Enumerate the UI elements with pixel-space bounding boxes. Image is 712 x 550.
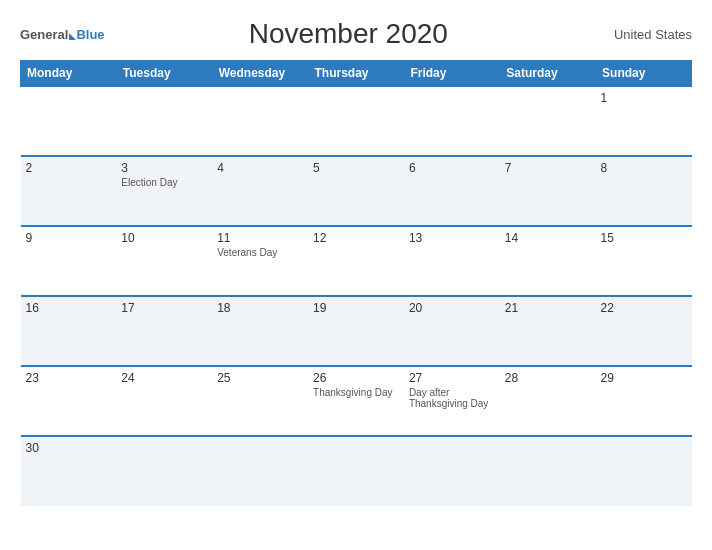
- day-number: 13: [409, 231, 495, 245]
- calendar-cell: 4: [212, 156, 308, 226]
- day-number: 17: [121, 301, 207, 315]
- calendar-cell: [596, 436, 692, 506]
- calendar-cell: [116, 436, 212, 506]
- calendar-cell: 16: [21, 296, 117, 366]
- day-number: 12: [313, 231, 399, 245]
- day-number: 16: [26, 301, 112, 315]
- day-number: 14: [505, 231, 591, 245]
- day-number: 24: [121, 371, 207, 385]
- day-number: 25: [217, 371, 303, 385]
- day-number: 5: [313, 161, 399, 175]
- calendar-cell: 14: [500, 226, 596, 296]
- col-header-thursday: Thursday: [308, 61, 404, 87]
- day-number: 6: [409, 161, 495, 175]
- day-number: 1: [601, 91, 687, 105]
- calendar-cell: 11Veterans Day: [212, 226, 308, 296]
- calendar-cell: 26Thanksgiving Day: [308, 366, 404, 436]
- calendar-cell: 2: [21, 156, 117, 226]
- col-header-saturday: Saturday: [500, 61, 596, 87]
- day-number: 18: [217, 301, 303, 315]
- calendar-week-row: 91011Veterans Day12131415: [21, 226, 692, 296]
- day-number: 23: [26, 371, 112, 385]
- holiday-label: Election Day: [121, 177, 207, 188]
- day-number: 28: [505, 371, 591, 385]
- calendar-week-row: 30: [21, 436, 692, 506]
- calendar-cell: 8: [596, 156, 692, 226]
- day-number: 26: [313, 371, 399, 385]
- calendar-cell: 3Election Day: [116, 156, 212, 226]
- calendar-cell: 30: [21, 436, 117, 506]
- calendar-cell: 23: [21, 366, 117, 436]
- calendar-cell: [308, 436, 404, 506]
- calendar-cell: [21, 86, 117, 156]
- page-title: November 2020: [105, 18, 592, 50]
- day-number: 8: [601, 161, 687, 175]
- logo-triangle-icon: [69, 33, 76, 40]
- col-header-sunday: Sunday: [596, 61, 692, 87]
- calendar-cell: 17: [116, 296, 212, 366]
- calendar-cell: 1: [596, 86, 692, 156]
- calendar-cell: 25: [212, 366, 308, 436]
- day-number: 11: [217, 231, 303, 245]
- day-number: 27: [409, 371, 495, 385]
- calendar-cell: 20: [404, 296, 500, 366]
- calendar-cell: 15: [596, 226, 692, 296]
- day-number: 30: [26, 441, 112, 455]
- calendar-cell: 29: [596, 366, 692, 436]
- col-header-monday: Monday: [21, 61, 117, 87]
- day-number: 19: [313, 301, 399, 315]
- day-number: 7: [505, 161, 591, 175]
- day-number: 9: [26, 231, 112, 245]
- calendar-cell: 21: [500, 296, 596, 366]
- calendar-cell: [116, 86, 212, 156]
- day-number: 20: [409, 301, 495, 315]
- calendar-week-row: 16171819202122: [21, 296, 692, 366]
- calendar-cell: [404, 436, 500, 506]
- calendar-cell: 24: [116, 366, 212, 436]
- calendar-table: MondayTuesdayWednesdayThursdayFridaySatu…: [20, 60, 692, 506]
- calendar-cell: 9: [21, 226, 117, 296]
- day-number: 22: [601, 301, 687, 315]
- day-number: 2: [26, 161, 112, 175]
- calendar-cell: 18: [212, 296, 308, 366]
- day-number: 10: [121, 231, 207, 245]
- calendar-week-row: 23Election Day45678: [21, 156, 692, 226]
- day-number: 29: [601, 371, 687, 385]
- calendar-cell: 5: [308, 156, 404, 226]
- holiday-label: Thanksgiving Day: [313, 387, 399, 398]
- col-header-tuesday: Tuesday: [116, 61, 212, 87]
- day-number: 4: [217, 161, 303, 175]
- calendar-cell: 19: [308, 296, 404, 366]
- calendar-cell: 28: [500, 366, 596, 436]
- calendar-cell: [500, 436, 596, 506]
- calendar-cell: [500, 86, 596, 156]
- logo: General Blue: [20, 28, 105, 41]
- calendar-cell: 6: [404, 156, 500, 226]
- calendar-week-row: 23242526Thanksgiving Day27Day afterThank…: [21, 366, 692, 436]
- day-number: 15: [601, 231, 687, 245]
- calendar-cell: 13: [404, 226, 500, 296]
- col-header-friday: Friday: [404, 61, 500, 87]
- day-number: 21: [505, 301, 591, 315]
- calendar-cell: 7: [500, 156, 596, 226]
- holiday-label: Veterans Day: [217, 247, 303, 258]
- col-header-wednesday: Wednesday: [212, 61, 308, 87]
- calendar-cell: [404, 86, 500, 156]
- calendar-week-row: 1: [21, 86, 692, 156]
- calendar-cell: 27Day afterThanksgiving Day: [404, 366, 500, 436]
- calendar-cell: 22: [596, 296, 692, 366]
- country-label: United States: [592, 27, 692, 42]
- calendar-header: General Blue November 2020 United States: [20, 18, 692, 50]
- calendar-cell: [308, 86, 404, 156]
- calendar-cell: [212, 86, 308, 156]
- calendar-cell: 10: [116, 226, 212, 296]
- calendar-cell: [212, 436, 308, 506]
- logo-general-text: General: [20, 28, 68, 41]
- logo-blue-text: Blue: [76, 28, 104, 41]
- calendar-header-row: MondayTuesdayWednesdayThursdayFridaySatu…: [21, 61, 692, 87]
- holiday-label: Day afterThanksgiving Day: [409, 387, 495, 409]
- calendar-cell: 12: [308, 226, 404, 296]
- day-number: 3: [121, 161, 207, 175]
